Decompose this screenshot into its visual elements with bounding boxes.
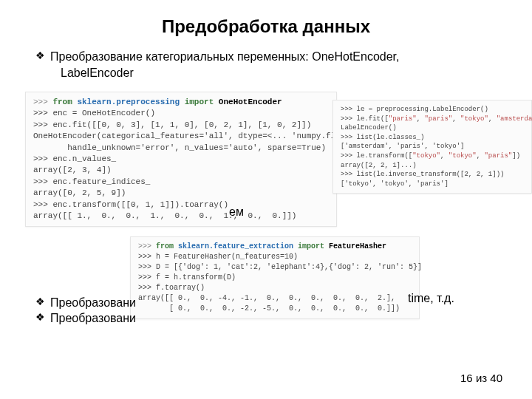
code-line: array([0, 2, 5, 9]) bbox=[33, 188, 126, 197]
code-line: ['tokyo', 'tokyo', 'paris'] bbox=[341, 180, 449, 188]
kw-from: from bbox=[156, 242, 178, 250]
code-line: handle_unknown='error', n_values='auto',… bbox=[33, 143, 326, 152]
code-line: >>> list(le.classes_) bbox=[341, 134, 424, 141]
bullet-3: Преобразовани bbox=[30, 310, 136, 327]
code-line: OneHotEncoder(categorical_features='all'… bbox=[33, 132, 375, 140]
prompt: >>> bbox=[33, 98, 52, 106]
bullet-1-line2: LabelEncoder bbox=[61, 66, 134, 79]
code-line: ['amsterdam', 'paris', 'tokyo'] bbox=[341, 143, 464, 150]
code-line: >>> D = [{'dog': 1, 'cat':2, 'elephant':… bbox=[138, 263, 422, 271]
bullet-2: Преобразовани bbox=[30, 295, 136, 311]
code-line: array([[ 1., 0., 0., 1., 0., 0., 1., 0.,… bbox=[33, 211, 296, 220]
code-line: >>> enc.transform([[0, 1, 1]]).toarray() bbox=[33, 200, 228, 209]
code-line: >>> le.fit([ bbox=[341, 115, 389, 123]
code-onehotencoder: >>> from sklearn.preprocessing import On… bbox=[25, 92, 337, 227]
code-line: array([2, 2, 1]...) bbox=[341, 162, 417, 169]
code-labelencoder: >>> le = preprocessing.LabelEncoder() >>… bbox=[332, 100, 532, 194]
code-line: >>> le.transform([ bbox=[341, 152, 412, 160]
code-line: [ 0., 0., 0., -2., -5., 0., 0., 0., 0., … bbox=[138, 304, 400, 313]
code-line: >>> f.toarray() bbox=[138, 284, 205, 292]
page-sep: из bbox=[473, 372, 491, 384]
code-line: >>> f = h.transform(D) bbox=[138, 273, 236, 282]
classname: OneHotEncoder bbox=[219, 98, 282, 106]
code-line: >>> enc.fit([[0, 0, 3], [1, 1, 0], [0, 2… bbox=[33, 120, 311, 129]
bullet-2-suffix: time, т.д. bbox=[408, 292, 454, 305]
code-line: >>> enc = OneHotEncoder() bbox=[33, 109, 155, 117]
code-line: >>> list(le.inverse_transform([2, 2, 1])… bbox=[341, 171, 504, 178]
bullet-1-line1: Преобразование категориальных переменных… bbox=[50, 50, 400, 63]
kw-import: import bbox=[293, 242, 329, 250]
code-line: >>> enc.n_values_ bbox=[33, 154, 116, 163]
kw-import: import bbox=[180, 98, 219, 106]
code-line: >>> enc.feature_indices_ bbox=[33, 177, 150, 186]
code-line: >>> le = preprocessing.LabelEncoder() bbox=[341, 106, 488, 113]
code-line: array([2, 3, 4]) bbox=[33, 166, 112, 174]
bullet-3-prefix: Преобразовани bbox=[50, 312, 136, 324]
code-featurehasher: >>> from sklearn.feature_extraction impo… bbox=[130, 236, 420, 319]
hidden-text-fragment: ем bbox=[229, 205, 244, 219]
code-line: array([[ 0., 0., -4., -1., 0., 0., 0., 0… bbox=[138, 294, 395, 302]
slide: Предобработка данных Преобразование кате… bbox=[0, 0, 532, 399]
page-total: 40 bbox=[490, 372, 502, 384]
page-number: 16 из 40 bbox=[460, 372, 502, 384]
code-line: LabelEncoder() bbox=[341, 124, 397, 132]
page-current: 16 bbox=[460, 372, 473, 384]
slide-title: Предобработка данных bbox=[30, 16, 502, 37]
prompt: >>> bbox=[138, 242, 156, 250]
bullet-1: Преобразование категориальных переменных… bbox=[30, 49, 502, 81]
module: sklearn.preprocessing bbox=[77, 98, 180, 106]
kw-from: from bbox=[52, 98, 77, 106]
code-line: >>> h = FeatureHasher(n_features=10) bbox=[138, 253, 298, 261]
module: sklearn.feature_extraction bbox=[178, 242, 293, 250]
classname: FeatureHasher bbox=[329, 242, 386, 250]
bullet-2-prefix: Преобразовани bbox=[50, 296, 136, 309]
